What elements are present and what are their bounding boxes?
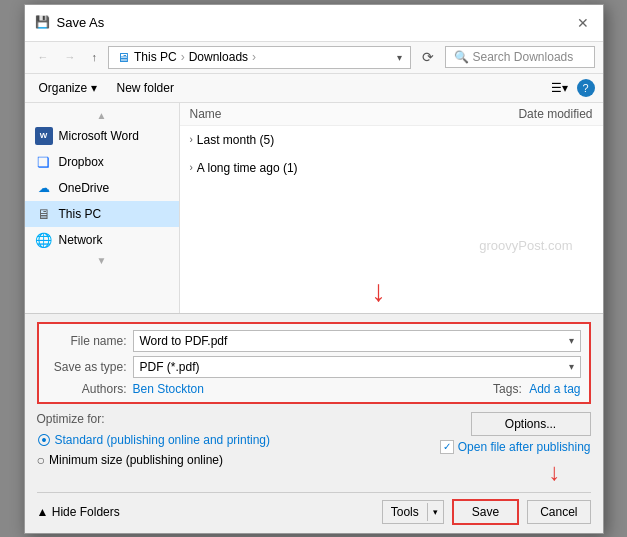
file-group-long-ago: › A long time ago (1) bbox=[180, 154, 603, 182]
sidebar-label-dropbox: Dropbox bbox=[59, 155, 104, 169]
red-arrow-down: ↓ bbox=[371, 274, 386, 308]
bottom-bar: ▲ Hide Folders Tools ▾ Save Cancel bbox=[37, 492, 591, 525]
radio-minimum[interactable]: ○ Minimum size (publishing online) bbox=[37, 452, 379, 468]
sidebar-item-dropbox[interactable]: ❏ Dropbox bbox=[25, 149, 179, 175]
back-button[interactable]: ← bbox=[33, 48, 54, 66]
file-header: Name Date modified bbox=[180, 103, 603, 126]
group-header-long-ago[interactable]: › A long time ago (1) bbox=[180, 157, 603, 179]
column-header-date: Date modified bbox=[453, 107, 593, 121]
bottom-section: File name: Word to PDF.pdf ▾ Save as typ… bbox=[25, 313, 603, 533]
sidebar-label-this-pc: This PC bbox=[59, 207, 102, 221]
group-header-last-month[interactable]: › Last month (5) bbox=[180, 129, 603, 151]
search-icon: 🔍 bbox=[454, 50, 469, 64]
buttons-area: Options... ✓ Open file after publishing … bbox=[391, 412, 591, 486]
radio-selected-icon: ⦿ bbox=[37, 432, 51, 448]
savetype-value: PDF (*.pdf) bbox=[140, 360, 200, 374]
address-downloads: Downloads bbox=[189, 50, 248, 64]
pc-icon-sidebar: 🖥 bbox=[35, 205, 53, 223]
help-button[interactable]: ? bbox=[577, 79, 595, 97]
savetype-label: Save as type: bbox=[47, 360, 127, 374]
up-button[interactable]: ↑ bbox=[87, 48, 103, 66]
search-placeholder: Search Downloads bbox=[473, 50, 574, 64]
forward-button[interactable]: → bbox=[60, 48, 81, 66]
sidebar-label-onedrive: OneDrive bbox=[59, 181, 110, 195]
radio-standard-label: Standard (publishing online and printing… bbox=[55, 433, 270, 447]
dropbox-icon: ❏ bbox=[35, 153, 53, 171]
main-area: ▲ W Microsoft Word ❏ Dropbox ☁ OneDrive … bbox=[25, 103, 603, 313]
group-label-long-ago: A long time ago (1) bbox=[197, 161, 298, 175]
dialog-title: Save As bbox=[57, 15, 105, 30]
sidebar-scroll-bottom: ▼ bbox=[25, 253, 179, 268]
sidebar-scroll-top: ▲ bbox=[25, 108, 179, 123]
network-icon: 🌐 bbox=[35, 231, 53, 249]
sidebar: ▲ W Microsoft Word ❏ Dropbox ☁ OneDrive … bbox=[25, 103, 180, 313]
tools-button[interactable]: Tools ▾ bbox=[382, 500, 444, 524]
filename-row: File name: Word to PDF.pdf ▾ bbox=[47, 330, 581, 352]
watermark: groovyPost.com bbox=[479, 238, 572, 253]
savetype-row: Save as type: PDF (*.pdf) ▾ bbox=[47, 356, 581, 378]
fields-area: File name: Word to PDF.pdf ▾ Save as typ… bbox=[37, 322, 591, 404]
tags-section: Tags: Add a tag bbox=[493, 382, 580, 396]
address-dropdown-arrow: ▾ bbox=[397, 52, 402, 63]
authors-label: Authors: bbox=[47, 382, 127, 396]
save-button[interactable]: Save bbox=[452, 499, 519, 525]
savetype-input[interactable]: PDF (*.pdf) ▾ bbox=[133, 356, 581, 378]
sidebar-label-microsoft-word: Microsoft Word bbox=[59, 129, 139, 143]
organize-button[interactable]: Organize ▾ bbox=[33, 78, 103, 98]
nav-toolbar: ← → ↑ 🖥 This PC › Downloads › ▾ ⟳ 🔍 Sear… bbox=[25, 42, 603, 74]
open-after-area: ✓ Open file after publishing bbox=[440, 440, 591, 454]
sidebar-label-network: Network bbox=[59, 233, 103, 247]
pc-icon: 🖥 bbox=[117, 50, 130, 65]
open-after-checkbox[interactable]: ✓ bbox=[440, 440, 454, 454]
search-bar[interactable]: 🔍 Search Downloads bbox=[445, 46, 595, 68]
hide-folders-button[interactable]: ▲ Hide Folders bbox=[37, 505, 120, 519]
open-after-label: Open file after publishing bbox=[458, 440, 591, 454]
radio-empty-icon: ○ bbox=[37, 452, 45, 468]
cancel-button[interactable]: Cancel bbox=[527, 500, 590, 524]
new-folder-button[interactable]: New folder bbox=[111, 78, 180, 98]
refresh-button[interactable]: ⟳ bbox=[417, 47, 439, 67]
title-bar: 💾 Save As ✕ bbox=[25, 5, 603, 42]
options-section: Optimize for: ⦿ Standard (publishing onl… bbox=[37, 412, 591, 486]
authors-row: Authors: Ben Stockton Tags: Add a tag bbox=[47, 382, 581, 396]
address-sep-2: › bbox=[252, 50, 256, 64]
tools-dropdown-arrow: ▾ bbox=[427, 503, 443, 521]
optimize-label: Optimize for: bbox=[37, 412, 379, 426]
filename-input[interactable]: Word to PDF.pdf ▾ bbox=[133, 330, 581, 352]
red-arrow-save: ↓ bbox=[549, 458, 561, 486]
address-this-pc: This PC bbox=[134, 50, 177, 64]
view-toggle-button[interactable]: ☰▾ bbox=[546, 78, 573, 98]
sidebar-item-this-pc[interactable]: 🖥 This PC bbox=[25, 201, 179, 227]
word-icon: W bbox=[35, 127, 53, 145]
onedrive-icon: ☁ bbox=[35, 179, 53, 197]
column-header-name: Name bbox=[190, 107, 453, 121]
options-button[interactable]: Options... bbox=[471, 412, 591, 436]
authors-value[interactable]: Ben Stockton bbox=[133, 382, 204, 396]
savetype-dropdown-arrow: ▾ bbox=[569, 361, 574, 372]
radio-standard[interactable]: ⦿ Standard (publishing online and printi… bbox=[37, 432, 379, 448]
address-sep-1: › bbox=[181, 50, 185, 64]
chevron-icon-2: › bbox=[190, 162, 193, 173]
filename-value: Word to PDF.pdf bbox=[140, 334, 228, 348]
group-label-last-month: Last month (5) bbox=[197, 133, 274, 147]
file-area: Name Date modified › Last month (5) › A … bbox=[180, 103, 603, 313]
filename-dropdown-arrow: ▾ bbox=[569, 335, 574, 346]
action-bar: Organize ▾ New folder ☰▾ ? bbox=[25, 74, 603, 103]
add-tag-link[interactable]: Add a tag bbox=[529, 382, 580, 396]
sidebar-item-microsoft-word[interactable]: W Microsoft Word bbox=[25, 123, 179, 149]
tools-label: Tools bbox=[383, 501, 427, 523]
bottom-right-buttons: Tools ▾ Save Cancel bbox=[382, 499, 591, 525]
tags-label: Tags: bbox=[493, 382, 522, 396]
optimize-area: Optimize for: ⦿ Standard (publishing onl… bbox=[37, 412, 379, 486]
save-as-dialog: 💾 Save As ✕ ← → ↑ 🖥 This PC › Downloads … bbox=[24, 4, 604, 534]
chevron-icon: › bbox=[190, 134, 193, 145]
sidebar-item-network[interactable]: 🌐 Network bbox=[25, 227, 179, 253]
view-icons: ☰▾ ? bbox=[546, 78, 595, 98]
radio-minimum-label: Minimum size (publishing online) bbox=[49, 453, 223, 467]
address-bar[interactable]: 🖥 This PC › Downloads › ▾ bbox=[108, 46, 411, 69]
dialog-icon: 💾 bbox=[35, 15, 51, 31]
close-button[interactable]: ✕ bbox=[573, 13, 593, 33]
sidebar-item-onedrive[interactable]: ☁ OneDrive bbox=[25, 175, 179, 201]
filename-label: File name: bbox=[47, 334, 127, 348]
file-group-last-month: › Last month (5) bbox=[180, 126, 603, 154]
